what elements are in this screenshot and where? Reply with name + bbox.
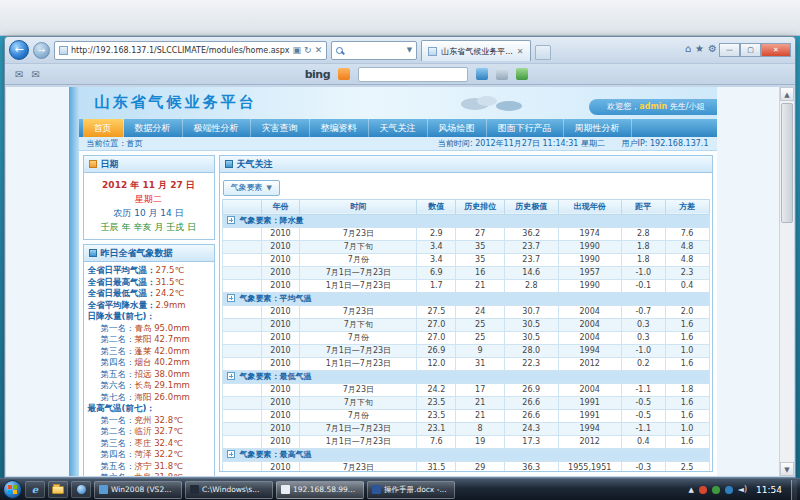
table-group-row[interactable]: 气象要素：降水量 [222, 214, 709, 227]
scroll-down-icon[interactable]: ▼ [780, 462, 794, 476]
nav-item-8[interactable]: 周期性分析 [564, 119, 632, 137]
message-icon[interactable]: ✉ [31, 69, 39, 80]
minimize-button[interactable]: — [719, 43, 740, 57]
forward-button[interactable]: → [33, 42, 50, 59]
scroll-up-icon[interactable]: ▲ [780, 87, 794, 101]
table-cell: 2010 [261, 305, 300, 318]
taskbar-clock[interactable]: 11:54 [752, 485, 786, 495]
vertical-scrollbar[interactable]: ▲ ▼ [779, 87, 794, 476]
taskbar-window-button[interactable]: C:\Windows\s... [185, 481, 273, 499]
tray-status-icon[interactable] [712, 486, 720, 494]
table-data-row[interactable]: 20107月1日—7月23日6.91614.61957-1.02.3 [222, 266, 709, 279]
table-data-row[interactable]: 20107月下旬27.02530.520040.31.6 [222, 318, 709, 331]
element-filter-button[interactable]: 气象要素 ▼ [223, 180, 280, 196]
start-button[interactable] [3, 480, 22, 499]
table-group-row[interactable]: 气象要素：最低气温 [222, 370, 709, 383]
element-filter-label: 气象要素 [231, 182, 263, 193]
nav-item-6[interactable]: 风场绘图 [428, 119, 487, 137]
taskbar-window-button[interactable]: 192.168.58.99... [276, 481, 364, 499]
table-data-row[interactable]: 20107月下旬23.52126.61991-0.51.6 [222, 396, 709, 409]
table-group-row[interactable]: 气象要素：最高气温 [222, 448, 709, 461]
tray-expand-icon[interactable]: ▲ [688, 486, 693, 494]
tray-network-icon[interactable] [725, 486, 733, 494]
table-data-row[interactable]: 20107月23日2.92736.219742.87.6 [222, 227, 709, 240]
table-data-row[interactable]: 20107月份27.02530.520040.31.6 [222, 331, 709, 344]
search-dropdown-icon[interactable]: ▼ [407, 46, 412, 54]
table-data-row[interactable]: 20107月下旬3.43523.719901.84.8 [222, 240, 709, 253]
taskbar-media-icon[interactable] [71, 481, 91, 498]
row-select-cell [222, 461, 261, 472]
expand-icon[interactable] [227, 294, 235, 302]
home-icon[interactable]: ⌂ [683, 43, 693, 57]
toolbar-orange-icon[interactable] [338, 68, 350, 80]
tray-volume-icon[interactable]: ◄) [738, 485, 747, 494]
user-ip: 用户IP: 192.168.137.1 [622, 139, 709, 148]
nav-item-2[interactable]: 极端性分析 [183, 119, 251, 137]
table-cell: 7月23日 [300, 461, 417, 472]
expand-icon[interactable] [227, 372, 235, 380]
table-cell: 36.3 [504, 461, 558, 472]
nav-item-5[interactable]: 天气关注 [369, 119, 428, 137]
search-box[interactable]: ▼ [331, 41, 417, 60]
rank-item: 第一名：兖州 32.8℃ [88, 415, 210, 427]
taskbar-window-button[interactable]: Win2008 (VS2... [94, 481, 182, 499]
rank-item: 第五名：济宁 31.8℃ [88, 461, 210, 473]
table-data-row[interactable]: 20107月23日31.52936.31955,1951-0.32.5 [222, 461, 709, 472]
table-data-row[interactable]: 20101月1日—7月23日7.61917.320120.41.6 [222, 435, 709, 448]
compatibility-icon[interactable]: ▣ [293, 45, 302, 55]
table-cell: 26.9 [417, 344, 456, 357]
show-desktop-button[interactable] [791, 480, 797, 500]
expand-icon[interactable] [227, 216, 235, 224]
table-cell: 7月下旬 [300, 396, 417, 409]
browser-tab[interactable]: 山东省气候业务平... ✕ [421, 40, 530, 61]
rank-sections: 日降水量(前七)：第一名：青岛 95.0mm第二名：莱阳 42.7mm第三名：蓬… [88, 311, 210, 476]
table-cell: 23.1 [417, 422, 456, 435]
settings-gear-icon[interactable]: ⚙ [706, 43, 719, 57]
mail-icon[interactable]: ✉ [15, 69, 23, 80]
table-data-row[interactable]: 20107月23日27.52430.72004-0.72.0 [222, 305, 709, 318]
taskbar-explorer-icon[interactable] [48, 481, 68, 498]
table-group-row[interactable]: 气象要素：平均气温 [222, 292, 709, 305]
favorites-icon[interactable]: ★ [693, 43, 706, 57]
page-left-accent [69, 87, 79, 476]
table-cell: 2.8 [621, 227, 665, 240]
toolbar-gray-icon[interactable] [496, 68, 508, 80]
toolbar-blue-icon[interactable] [476, 68, 488, 80]
focus-table-header-row: 年份时间数值历史排位历史极值出现年份距平方差 [222, 199, 709, 214]
table-cell: 2.8 [504, 279, 558, 292]
table-data-row[interactable]: 20107月份3.43523.719901.84.8 [222, 253, 709, 266]
table-data-row[interactable]: 20101月1日—7月23日12.03122.320120.21.6 [222, 357, 709, 370]
table-cell: 1.6 [665, 396, 709, 409]
nav-item-3[interactable]: 灾害查询 [251, 119, 310, 137]
nav-item-7[interactable]: 图面下行产品 [487, 119, 564, 137]
taskbar-ie-icon[interactable]: e [25, 481, 45, 498]
url-text[interactable]: http://192.168.137.1/SLCCLIMATE/modules/… [71, 46, 290, 55]
nav-item-1[interactable]: 数据分析 [124, 119, 183, 137]
maximize-button[interactable]: ▢ [740, 43, 761, 57]
toolbar-green-icon[interactable] [516, 68, 528, 80]
table-cell: 2010 [261, 344, 300, 357]
nav-item-4[interactable]: 整编资料 [310, 119, 369, 137]
table-data-row[interactable]: 20101月1日—7月23日1.7212.81990-0.10.4 [222, 279, 709, 292]
refresh-icon[interactable]: ↻ [304, 45, 312, 55]
toolbar-search-input[interactable] [358, 67, 468, 82]
address-bar[interactable]: http://192.168.137.1/SLCCLIMATE/modules/… [54, 41, 327, 60]
table-cell: 21 [456, 396, 505, 409]
table-data-row[interactable]: 20107月1日—7月23日23.1824.31994-1.11.0 [222, 422, 709, 435]
tab-close-icon[interactable]: ✕ [517, 47, 524, 56]
expand-icon[interactable] [227, 450, 235, 458]
table-data-row[interactable]: 20107月1日—7月23日26.9928.01994-1.01.0 [222, 344, 709, 357]
new-tab-button[interactable] [535, 45, 551, 60]
table-cell: -0.3 [621, 461, 665, 472]
nav-item-0[interactable]: 首页 [83, 119, 124, 137]
group-label: 气象要素：平均气温 [240, 294, 312, 303]
table-data-row[interactable]: 20107月23日24.21726.92004-1.11.8 [222, 383, 709, 396]
scrollbar-thumb[interactable] [781, 103, 793, 223]
close-button[interactable]: ✕ [761, 43, 791, 57]
column-header: 时间 [300, 199, 417, 214]
table-data-row[interactable]: 20107月份23.52126.61991-0.51.6 [222, 409, 709, 422]
taskbar-window-button[interactable]: 操作手册.docx -... [367, 481, 455, 499]
back-button[interactable]: ← [9, 40, 29, 60]
tray-alert-icon[interactable] [699, 486, 707, 494]
stop-icon[interactable]: ✕ [315, 45, 323, 55]
